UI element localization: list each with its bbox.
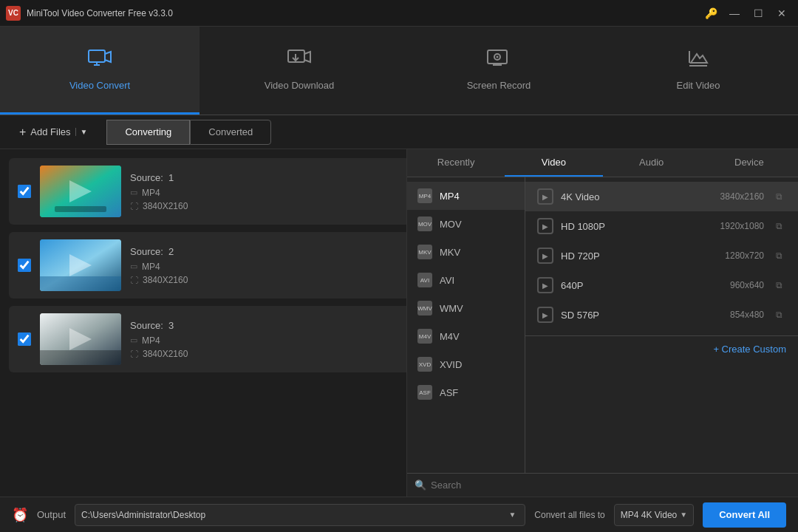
file-checkbox-1[interactable] [18, 185, 31, 198]
tab-video-convert-label: Video Convert [69, 80, 130, 91]
resolution-icon-2: ⛶ [130, 276, 138, 284]
hd720p-play-icon: ▶ [537, 248, 553, 264]
sd576p-play-icon: ▶ [537, 307, 553, 323]
create-custom-button[interactable]: + Create Custom [713, 344, 786, 355]
screen-record-icon [487, 48, 511, 74]
quality-hd720p[interactable]: ▶ HD 720P 1280x720 ⧉ [525, 241, 798, 270]
xvid-label: XVID [440, 359, 462, 370]
converted-tab[interactable]: Converted [190, 120, 271, 145]
resolution-icon-3: ⛶ [130, 349, 138, 358]
format-type-mov[interactable]: MOV MOV [407, 210, 525, 238]
convert-all-button[interactable]: Convert All [703, 502, 786, 528]
mp4-icon: MP4 [417, 188, 432, 203]
tab-edit-video-label: Edit Video [676, 80, 720, 91]
format-search-bar: 🔍 [407, 473, 798, 497]
mkv-icon: MKV [417, 245, 432, 259]
meta-resolution-2: ⛶ 3840X2160 [130, 275, 426, 285]
main-content: Source: 1 ▭ MP4 ⏱ 00:00:22 ⛶ 3840X2160 [0, 149, 798, 497]
4k-resolution: 3840x2160 [720, 191, 764, 202]
file-thumbnail-1 [40, 166, 121, 217]
hd1080p-edit-button[interactable]: ⧉ [771, 219, 786, 233]
format-type-mkv[interactable]: MKV MKV [407, 238, 525, 266]
quality-hd1080p[interactable]: ▶ HD 1080P 1920x1080 ⧉ [525, 211, 798, 241]
4k-play-icon: ▶ [537, 188, 553, 205]
output-clock-icon: ⏰ [12, 507, 28, 523]
format-search-input[interactable] [431, 480, 791, 491]
edit-video-icon [686, 48, 710, 74]
4k-edit-button[interactable]: ⧉ [771, 189, 786, 204]
wmv-icon: WMV [417, 301, 432, 316]
file-thumbnail-2 [40, 239, 121, 291]
format-icon-3: ▭ [130, 335, 137, 345]
quality-sd576p[interactable]: ▶ SD 576P 854x480 ⧉ [525, 300, 798, 330]
format-type-m4v[interactable]: M4V M4V [407, 322, 525, 350]
format-select-container[interactable]: MP4 4K Video ▼ [614, 504, 694, 526]
key-button[interactable]: 🔑 [700, 6, 721, 21]
format-icon-1: ▭ [130, 188, 137, 197]
minimize-button[interactable]: — [724, 6, 745, 21]
hd1080p-resolution: 1920x1080 [720, 221, 764, 231]
wmv-label: WMV [440, 303, 463, 314]
format-type-mp4[interactable]: MP4 MP4 [407, 182, 525, 210]
output-label: Output [37, 509, 66, 520]
maximize-button[interactable]: ☐ [748, 6, 768, 21]
format-tab-video[interactable]: Video [505, 149, 602, 177]
format-tab-device[interactable]: Device [700, 149, 798, 177]
meta-format-1: ▭ MP4 [130, 188, 426, 198]
format-tab-audio[interactable]: Audio [603, 149, 700, 177]
format-type-avi[interactable]: AVI AVI [407, 266, 525, 294]
hd720p-edit-button[interactable]: ⧉ [771, 248, 786, 263]
sd576p-label: SD 576P [561, 310, 723, 321]
file-checkbox-2[interactable] [18, 259, 31, 272]
output-dropdown-arrow[interactable]: ▼ [505, 508, 519, 522]
tab-video-convert[interactable]: Video Convert [0, 27, 200, 115]
tab-screen-record[interactable]: Screen Record [399, 27, 598, 115]
meta-resolution-1: ⛶ 3840X2160 [130, 201, 426, 211]
meta-format-3: ▭ MP4 [130, 335, 426, 346]
tab-video-download[interactable]: Video Download [200, 27, 399, 115]
tab-video-download-label: Video Download [265, 80, 334, 91]
mp4-label: MP4 [440, 191, 460, 202]
640p-edit-button[interactable]: ⧉ [771, 278, 786, 293]
title-bar: VC MiniTool Video Converter Free v3.3.0 … [0, 0, 798, 27]
svg-rect-16 [40, 276, 121, 291]
file-checkbox-3[interactable] [18, 332, 31, 346]
sd576p-resolution: 854x480 [730, 310, 764, 320]
add-files-button[interactable]: + Add Files ▼ [12, 121, 95, 143]
video-convert-icon [88, 48, 112, 74]
title-left: VC MiniTool Video Converter Free v3.3.0 [6, 6, 173, 21]
svg-rect-13 [55, 206, 106, 212]
xvid-icon: XVD [417, 357, 432, 372]
sub-tabs: + Add Files ▼ Converting Converted [0, 115, 798, 149]
svg-rect-19 [40, 350, 121, 365]
sd576p-edit-button[interactable]: ⧉ [771, 307, 786, 322]
mkv-label: MKV [440, 247, 460, 258]
format-type-wmv[interactable]: WMV WMV [407, 294, 525, 322]
output-path-input[interactable] [81, 510, 505, 520]
tab-edit-video[interactable]: Edit Video [598, 27, 798, 115]
video-download-icon [287, 48, 311, 74]
avi-label: AVI [440, 275, 454, 286]
quality-640p[interactable]: ▶ 640P 960x640 ⧉ [525, 270, 798, 300]
hd1080p-play-icon: ▶ [537, 218, 553, 234]
add-files-dropdown-arrow[interactable]: ▼ [75, 128, 88, 136]
app-title: MiniTool Video Converter Free v3.3.0 [27, 8, 173, 18]
mov-label: MOV [440, 219, 462, 230]
format-type-asf[interactable]: ASF ASF [407, 378, 525, 406]
meta-format-2: ▭ MP4 [130, 262, 426, 272]
quality-options-list: ▶ 4K Video 3840x2160 ⧉ ▶ HD 1080P 1920x1… [525, 177, 798, 473]
converting-tab[interactable]: Converting [106, 120, 190, 145]
format-panel: Recently Video Audio Device MP4 MP4 MOV … [406, 149, 798, 497]
format-type-xvid[interactable]: XVD XVID [407, 350, 525, 378]
m4v-label: M4V [440, 331, 460, 342]
svg-rect-0 [89, 50, 105, 62]
asf-icon: ASF [417, 385, 432, 400]
640p-label: 640P [561, 280, 723, 291]
format-tab-recently[interactable]: Recently [407, 149, 505, 177]
quality-4k[interactable]: ▶ 4K Video 3840x2160 ⧉ [525, 182, 798, 211]
add-files-label: Add Files [30, 126, 70, 137]
hd720p-resolution: 1280x720 [725, 250, 764, 261]
tab-screen-record-label: Screen Record [467, 80, 531, 91]
meta-resolution-3: ⛶ 3840X2160 [130, 349, 426, 359]
close-button[interactable]: ✕ [771, 6, 792, 21]
